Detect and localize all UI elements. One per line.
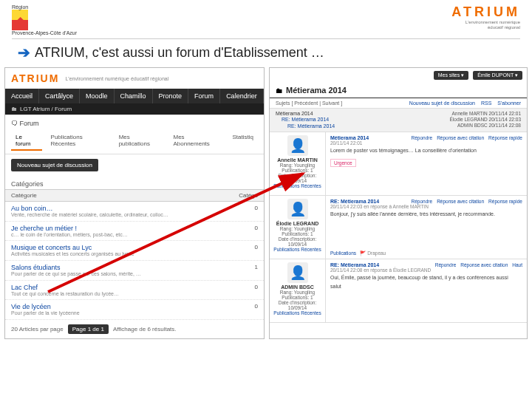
category-row[interactable]: Vie de lycéen Pour parler de la vie lycé…	[5, 300, 264, 320]
forum-label: Forum	[20, 120, 39, 127]
post-footer: Publications 🚩 Drapeau	[330, 250, 386, 256]
tab-mespub[interactable]: Mes publications	[115, 132, 165, 151]
app-brand-row: ATRIUM L'environnement numérique éducati…	[5, 68, 264, 89]
category-row[interactable]: Salons étudiants Pour parler de ce qui s…	[5, 261, 264, 281]
folder-icon: 🖿	[11, 106, 17, 112]
pager-results: Affichage de 6 résultats.	[113, 326, 177, 332]
thread-breadcrumb: Métierama 2014 RE: Métierama 2014 RE: Mé…	[270, 109, 527, 132]
forum-post: 👤 ADMIN BDSC Rang: Youngling Publication…	[270, 259, 527, 323]
tab-recent[interactable]: Publications Récentes	[47, 132, 110, 151]
post-title[interactable]: RE: Métierama 2014	[330, 199, 379, 204]
post-body: RE: Métierama 2014 Répondre Réponse avec…	[326, 259, 527, 322]
nav-calendrier[interactable]: Calendrier	[220, 89, 264, 103]
category-title: Au bon coin…	[11, 205, 258, 212]
nav-forum[interactable]: Forum	[188, 89, 220, 103]
flag-link[interactable]: Drapeau	[367, 250, 386, 256]
reply-link[interactable]: Répondre	[435, 262, 457, 267]
post-timestamp: 20/11/14 22:08 en réponse à Élodie LEGRA…	[330, 267, 522, 273]
arrow-right-icon: ➔	[18, 44, 30, 61]
urgency-tag[interactable]: Urgence	[330, 159, 356, 167]
avatar-icon: 👤	[287, 262, 308, 283]
tab-leforum[interactable]: Le forum	[11, 132, 42, 151]
author-meta: Publications: 1	[273, 168, 322, 173]
author-name: Élodie LEGRAND	[273, 221, 322, 226]
category-desc: Pour parler de la vie lycéenne	[11, 310, 258, 316]
category-row[interactable]: Musique et concerts au Lyc Activités mus…	[5, 241, 264, 261]
post-content: Bonjour, j'y suis allée l'année dernière…	[330, 211, 522, 217]
new-thread-button[interactable]: Nouveau sujet de discussion	[11, 159, 98, 171]
col-category: Catégorie	[11, 192, 228, 199]
forum-thread-screenshot: Mes sites ▾ Émile DUPONT ▾ 🖿 Métierama 2…	[269, 67, 528, 339]
slide-header: Région ◆ Provence-Alpes-Côte d'Azur ATRI…	[0, 0, 532, 35]
avatar-icon: 👤	[287, 135, 308, 156]
my-sites-menu[interactable]: Mes sites ▾	[434, 71, 469, 80]
col-count: Catégo	[228, 192, 258, 199]
author-meta: Publications: 1	[273, 231, 322, 236]
author-recent-link[interactable]: Publications Récentes	[273, 310, 322, 316]
reply-link[interactable]: Répondre	[412, 135, 433, 140]
tree-child2[interactable]: RE: Métierama 2014	[276, 123, 335, 129]
post-timestamp: 20/11/14 22:03 en réponse à Annelle MART…	[330, 204, 522, 209]
forum-panel-title: 🗨 Forum	[5, 115, 264, 129]
chat-icon: 🗨	[11, 120, 20, 127]
category-desc: Tout ce qui concerne la restauration du …	[11, 291, 258, 297]
category-title: Je cherche un métier !	[11, 225, 258, 232]
category-title: Vie de lycéen	[11, 303, 258, 310]
category-desc: Pour parler de ce qui se passe sur ces s…	[11, 271, 258, 277]
rss-link[interactable]: RSS	[481, 100, 491, 106]
nav-pronote[interactable]: Pronote	[153, 89, 189, 103]
category-desc: c… le coin de l'orientation, métiers, po…	[11, 232, 258, 238]
user-bar: Mes sites ▾ Émile DUPONT ▾	[270, 68, 527, 83]
main-nav: Accueil Cartâlyce Moodle Chamillo Pronot…	[5, 89, 264, 103]
category-row[interactable]: Lac Chef Tout ce qui concerne la restaur…	[5, 281, 264, 301]
reply-quote-link[interactable]: Réponse avec citation	[460, 262, 508, 267]
category-desc: Vente, recherche de matériel scolaire, c…	[11, 212, 258, 218]
author-meta: Rang: Youngling	[273, 163, 322, 168]
reply-quote-link[interactable]: Réponse avec citation	[437, 199, 484, 204]
top-link[interactable]: Haut	[512, 262, 522, 267]
nav-cartalyce[interactable]: Cartâlyce	[39, 89, 80, 103]
author-meta: 10/09/14	[273, 178, 322, 183]
tree-root[interactable]: Métierama 2014	[276, 111, 335, 117]
quick-reply-link[interactable]: Réponse rapide	[488, 135, 522, 140]
tree-meta2: Élodie LEGRAND 20/11/14 22:03	[450, 117, 521, 123]
category-desc: Activités musicales et les concerts orga…	[11, 251, 258, 257]
thread-title: Métierama 2014	[286, 86, 347, 95]
category-row[interactable]: Au bon coin… Vente, recherche de matérie…	[5, 202, 264, 222]
forum-post: 👤 Annelle MARTIN Rang: Youngling Publica…	[270, 132, 527, 196]
user-menu[interactable]: Émile DUPONT ▾	[473, 71, 522, 80]
nav-chamillo[interactable]: Chamillo	[115, 89, 153, 103]
thread-tree: Métierama 2014 RE: Métierama 2014 RE: Mé…	[276, 111, 335, 129]
category-count: 1	[255, 264, 258, 270]
tab-abonnements[interactable]: Mes Abonnements	[168, 132, 223, 151]
author-meta: Date d'inscription:	[273, 300, 322, 305]
post-timestamp: 20/11/14 22:01	[330, 140, 522, 146]
author-meta: Rang: Youngling	[273, 290, 322, 295]
author-meta: Date d'inscription:	[273, 236, 322, 242]
category-row[interactable]: Je cherche un métier ! c… le coin de l'o…	[5, 222, 264, 242]
reply-link[interactable]: Répondre	[412, 199, 433, 204]
pager-page[interactable]: Page 1 de 1	[68, 324, 109, 334]
post-title[interactable]: Métierama 2014	[330, 135, 369, 140]
app-brand-sub: L'environnement numérique éducatif régio…	[65, 76, 168, 81]
reply-quote-link[interactable]: Réponse avec citation	[437, 135, 484, 140]
pager-perpage[interactable]: 20 Articles par page	[11, 326, 64, 332]
new-subject-link[interactable]: Nouveau sujet de discussion	[409, 100, 475, 106]
brand-name: ATRIUM	[451, 4, 520, 20]
quick-reply-link[interactable]: Réponse rapide	[488, 199, 522, 204]
category-count: 0	[255, 284, 258, 290]
nav-accueil[interactable]: Accueil	[5, 89, 39, 103]
thread-nav[interactable]: Sujets [ Précédent | Suivant ]	[276, 100, 342, 106]
categories-heading: Catégories	[5, 179, 264, 189]
author-recent-link[interactable]: Publications Récentes	[273, 247, 322, 252]
post-content2: salut	[330, 284, 522, 290]
author-recent-link[interactable]: Publications Récentes	[273, 183, 322, 188]
post-author: 👤 Élodie LEGRAND Rang: Youngling Publica…	[270, 196, 326, 259]
thread-subbar: Sujets [ Précédent | Suivant ] Nouveau s…	[270, 98, 527, 109]
thread-actions: Nouveau sujet de discussion RSS S'abonne…	[405, 100, 521, 106]
tree-child1[interactable]: RE: Métierama 2014	[276, 117, 335, 123]
brand-block: ATRIUM L'environnement numérique éducati…	[451, 4, 520, 30]
tab-stats[interactable]: Statistiq	[228, 132, 258, 151]
subscribe-link[interactable]: S'abonner	[497, 100, 521, 106]
nav-moodle[interactable]: Moodle	[80, 89, 115, 103]
